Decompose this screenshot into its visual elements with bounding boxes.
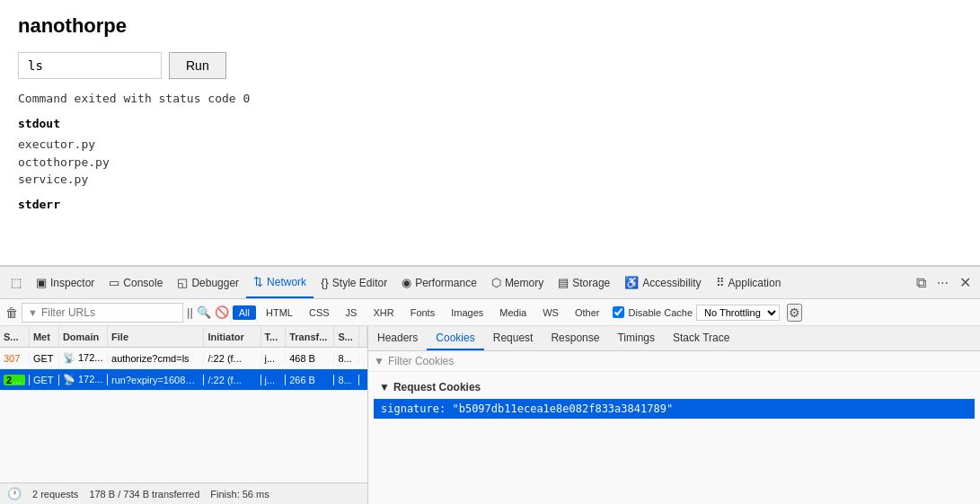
memory-icon: ⬡: [491, 276, 501, 289]
table-row[interactable]: 200 GET 📡 172... run?expiry=1608594782&c…: [0, 369, 367, 391]
application-icon: ⠿: [716, 276, 725, 289]
tab-console[interactable]: ▭ Console: [102, 267, 170, 298]
output-status: Command exited with status code 0: [18, 90, 962, 108]
tab-request[interactable]: Request: [484, 326, 543, 350]
pick-element-icon: ⬚: [11, 276, 22, 289]
col-header-initiator[interactable]: Initiator: [204, 326, 260, 347]
request-count: 2 requests: [32, 489, 78, 500]
col-header-timeline[interactable]: [359, 326, 367, 347]
cell-file: run?expiry=1608594782&c: [108, 375, 204, 385]
request-rows: 307 GET 📡 172... authorize?cmd=ls /:22 (…: [0, 348, 367, 482]
filter-icon: ▼: [28, 307, 38, 318]
cell-initiator: /:22 (f...: [204, 375, 260, 385]
command-input[interactable]: [18, 52, 162, 79]
filter-urls-input[interactable]: [41, 306, 177, 319]
network-settings-button[interactable]: ⚙: [787, 304, 802, 322]
col-header-type[interactable]: T...: [261, 326, 287, 347]
disable-cache-wrap: Disable Cache: [613, 306, 693, 318]
cell-method: GET: [30, 353, 59, 364]
status-bar: 🕐 2 requests 178 B / 734 B transferred F…: [0, 482, 367, 504]
run-button[interactable]: Run: [169, 52, 226, 79]
cookie-entry[interactable]: signature: "b5097db11ecea1e8e082f833a384…: [374, 399, 975, 419]
network-icon: ⇅: [253, 275, 263, 288]
block-icon[interactable]: 🚫: [215, 305, 229, 319]
type-filter-ws[interactable]: WS: [536, 305, 565, 320]
inspector-icon: ▣: [36, 276, 47, 289]
main-content: nanothorpe Run Command exited with statu…: [0, 0, 980, 265]
cell-initiator: /:22 (f...: [204, 353, 260, 364]
stderr-label: stderr: [18, 196, 962, 214]
cell-domain: 📡 172...: [59, 374, 108, 385]
toolbar-pick-element[interactable]: ⬚: [4, 267, 29, 298]
tab-network[interactable]: ⇅ Network: [246, 267, 313, 298]
type-filter-js[interactable]: JS: [340, 305, 364, 320]
tab-debugger[interactable]: ◱ Debugger: [170, 267, 246, 298]
table-row[interactable]: 307 GET 📡 172... authorize?cmd=ls /:22 (…: [0, 348, 367, 369]
request-list-header: S... Met Domain File Initiator T... Tran…: [0, 326, 367, 348]
col-header-status[interactable]: S...: [0, 326, 30, 347]
col-header-file[interactable]: File: [108, 326, 204, 347]
tab-style-editor[interactable]: {} Style Editor: [313, 267, 394, 298]
command-row: Run: [18, 52, 962, 79]
tab-storage[interactable]: ▤ Storage: [551, 267, 617, 298]
clear-requests-button[interactable]: 🗑: [5, 305, 18, 320]
type-filter-xhr[interactable]: XHR: [366, 305, 400, 320]
tab-response[interactable]: Response: [542, 326, 608, 350]
detail-panel: Headers Cookies Request Response Timings…: [368, 326, 980, 504]
tab-performance[interactable]: ◉ Performance: [394, 267, 484, 298]
type-filter-html[interactable]: HTML: [260, 305, 299, 320]
cell-transferred: 266 B: [286, 375, 334, 385]
cell-status: 307: [0, 353, 30, 364]
cell-size: 8...: [334, 353, 359, 364]
type-filter-all[interactable]: All: [233, 305, 256, 320]
devtools-panel: ⬚ ▣ Inspector ▭ Console ◱ Debugger ⇅ Net…: [0, 265, 980, 504]
type-filter-fonts[interactable]: Fonts: [404, 305, 442, 320]
finish-time: Finish: 56 ms: [210, 489, 269, 500]
performance-icon: ◉: [402, 276, 411, 289]
output-files: executor.pyoctothorpe.pyservice.py: [18, 136, 962, 189]
cell-type: j...: [261, 353, 287, 364]
cell-type: j...: [261, 375, 287, 385]
col-header-method[interactable]: Met: [30, 326, 59, 347]
col-header-transferred[interactable]: Transf...: [286, 326, 334, 347]
cell-method: GET: [30, 375, 59, 385]
detail-tabs: Headers Cookies Request Response Timings…: [368, 326, 980, 351]
type-filter-css[interactable]: CSS: [303, 305, 336, 320]
type-filter-images[interactable]: Images: [445, 305, 490, 320]
col-header-size[interactable]: S...: [334, 326, 359, 347]
type-filter-other[interactable]: Other: [569, 305, 606, 320]
cell-domain: 📡 172...: [59, 352, 108, 364]
tab-memory[interactable]: ⬡ Memory: [484, 267, 551, 298]
network-filter-bar: 🗑 ▼ || 🔍 🚫 All HTML CSS JS XHR Fonts Ima…: [0, 299, 980, 326]
type-filter-media[interactable]: Media: [493, 305, 533, 320]
cookie-filter-bar: ▼ Filter Cookies: [368, 351, 980, 372]
tab-stack-trace[interactable]: Stack Trace: [664, 326, 738, 350]
tab-cookies[interactable]: Cookies: [427, 326, 483, 350]
tab-application[interactable]: ⠿ Application: [709, 267, 789, 298]
status-clock-icon: 🕐: [7, 487, 22, 500]
cell-size: 8...: [334, 375, 359, 385]
stdout-label: stdout: [18, 115, 962, 133]
tab-accessibility[interactable]: ♿ Accessibility: [617, 267, 708, 298]
style-editor-icon: {}: [321, 276, 329, 289]
more-tools-button[interactable]: ···: [931, 267, 954, 298]
storage-icon: ▤: [558, 276, 569, 289]
tab-inspector[interactable]: ▣ Inspector: [29, 267, 102, 298]
detail-content: ▼ Request Cookies signature: "b5097db11e…: [368, 372, 980, 504]
debugger-icon: ◱: [177, 276, 188, 289]
dock-button[interactable]: ⧉: [911, 267, 931, 298]
transferred-info: 178 B / 734 B transferred: [89, 489, 199, 500]
search-icon[interactable]: 🔍: [197, 305, 211, 319]
pause-icon: ||: [187, 305, 193, 319]
network-body: S... Met Domain File Initiator T... Tran…: [0, 326, 980, 504]
output-area: Command exited with status code 0 stdout…: [18, 90, 962, 213]
console-icon: ▭: [109, 276, 119, 289]
tab-timings[interactable]: Timings: [608, 326, 664, 350]
close-devtools-button[interactable]: ✕: [954, 267, 976, 298]
throttle-select[interactable]: No Throttling: [696, 305, 780, 321]
col-header-domain[interactable]: Domain: [59, 326, 108, 347]
accessibility-icon: ♿: [624, 276, 639, 289]
disable-cache-label: Disable Cache: [628, 307, 693, 318]
tab-headers[interactable]: Headers: [368, 326, 427, 350]
disable-cache-checkbox[interactable]: [613, 306, 624, 318]
